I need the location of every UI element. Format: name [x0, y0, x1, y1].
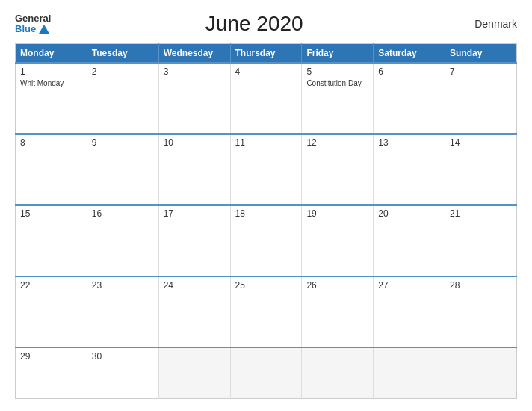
calendar-day: 9: [87, 134, 158, 205]
calendar-day: 12: [302, 134, 374, 205]
calendar-header-row: Monday Tuesday Wednesday Thursday Friday…: [16, 44, 517, 64]
calendar-day: 7: [445, 63, 517, 134]
day-number: 17: [164, 208, 226, 219]
day-number: 9: [92, 137, 154, 148]
calendar-day: 20: [374, 205, 445, 276]
calendar-day: 10: [158, 134, 230, 205]
calendar-day: 8: [16, 134, 87, 205]
day-number: 5: [306, 67, 368, 77]
logo-triangle-icon: [39, 25, 49, 34]
day-number: 21: [450, 208, 512, 219]
col-monday: Monday: [16, 44, 87, 64]
calendar-day: 5Constitution Day: [302, 63, 374, 134]
calendar-day: 1Whit Monday: [16, 63, 87, 134]
day-event: Constitution Day: [306, 78, 368, 88]
day-number: 4: [235, 67, 297, 77]
day-number: 1: [20, 67, 82, 77]
day-number: 3: [164, 67, 226, 77]
day-number: 28: [450, 280, 512, 291]
col-thursday: Thursday: [230, 44, 302, 64]
calendar-title: June 2020: [51, 12, 457, 36]
calendar-day: 16: [87, 205, 158, 276]
calendar-day: [374, 347, 445, 399]
calendar-day: 26: [302, 276, 374, 347]
calendar-day: 28: [445, 276, 517, 347]
day-number: 15: [20, 208, 82, 219]
calendar-day: 14: [445, 134, 517, 205]
day-number: 29: [20, 351, 82, 362]
calendar-table: Monday Tuesday Wednesday Thursday Friday…: [15, 43, 517, 399]
day-number: 6: [378, 67, 440, 77]
day-number: 12: [306, 137, 368, 148]
day-number: 10: [164, 137, 226, 148]
calendar-day: 2: [87, 63, 158, 134]
calendar-day: 3: [158, 63, 230, 134]
calendar-day: 25: [230, 276, 302, 347]
calendar-day: [158, 347, 230, 399]
calendar-week-row: 2930: [16, 347, 517, 399]
day-number: 19: [306, 208, 368, 219]
calendar-body: 1Whit Monday2345Constitution Day67891011…: [16, 63, 517, 399]
calendar-day: 15: [16, 205, 87, 276]
calendar-day: 22: [16, 276, 87, 347]
calendar-day: [230, 347, 302, 399]
calendar-week-row: 891011121314: [16, 134, 517, 205]
calendar-day: [302, 347, 374, 399]
day-number: 23: [92, 280, 154, 291]
country-label: Denmark: [457, 18, 517, 30]
calendar-week-row: 15161718192021: [16, 205, 517, 276]
logo-blue-text: Blue: [15, 24, 51, 34]
calendar-week-row: 1Whit Monday2345Constitution Day67: [16, 63, 517, 134]
day-number: 27: [378, 280, 440, 291]
calendar-day: 23: [87, 276, 158, 347]
day-number: 7: [450, 67, 512, 77]
day-number: 26: [306, 280, 368, 291]
calendar-day: 6: [374, 63, 445, 134]
calendar-day: 18: [230, 205, 302, 276]
day-number: 8: [20, 137, 82, 148]
col-tuesday: Tuesday: [87, 44, 158, 64]
calendar-day: 21: [445, 205, 517, 276]
day-number: 18: [235, 208, 297, 219]
day-number: 16: [92, 208, 154, 219]
calendar-day: 24: [158, 276, 230, 347]
col-friday: Friday: [302, 44, 374, 64]
calendar-header: General Blue June 2020 Denmark: [15, 12, 517, 36]
day-number: 30: [92, 351, 154, 362]
calendar-day: 19: [302, 205, 374, 276]
day-number: 20: [378, 208, 440, 219]
calendar-day: 30: [87, 347, 158, 399]
calendar-day: 27: [374, 276, 445, 347]
col-sunday: Sunday: [445, 44, 517, 64]
calendar-day: 13: [374, 134, 445, 205]
logo: General Blue: [15, 13, 51, 35]
day-event: Whit Monday: [20, 78, 82, 88]
calendar-week-row: 22232425262728: [16, 276, 517, 347]
calendar-day: 4: [230, 63, 302, 134]
col-wednesday: Wednesday: [158, 44, 230, 64]
calendar-day: 17: [158, 205, 230, 276]
day-number: 25: [235, 280, 297, 291]
day-number: 2: [92, 67, 154, 77]
day-number: 22: [20, 280, 82, 291]
day-number: 14: [450, 137, 512, 148]
calendar-day: [445, 347, 517, 399]
day-number: 11: [235, 137, 297, 148]
calendar-day: 29: [16, 347, 87, 399]
day-number: 24: [164, 280, 226, 291]
calendar-day: 11: [230, 134, 302, 205]
day-number: 13: [378, 137, 440, 148]
col-saturday: Saturday: [374, 44, 445, 64]
logo-general-text: General: [15, 13, 51, 24]
